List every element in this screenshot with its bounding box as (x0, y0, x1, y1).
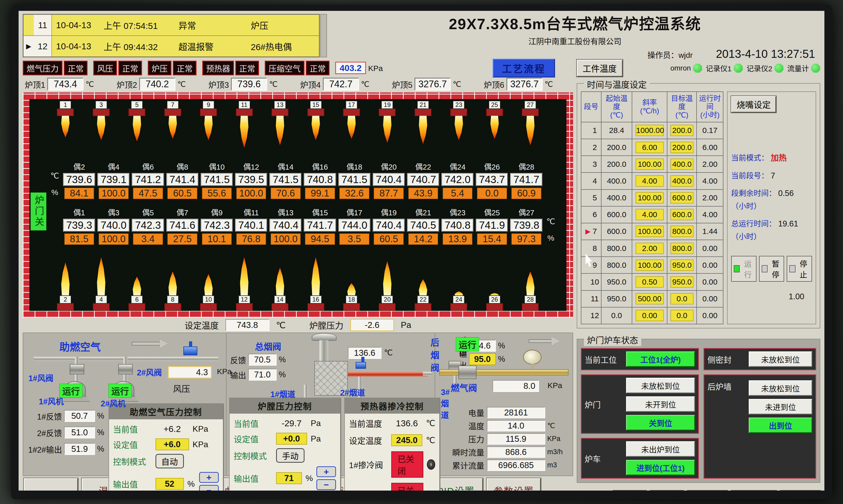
set-value-field[interactable]: +6.0 (156, 438, 189, 450)
thermocouple: 偶18 741.5 32.6 (338, 161, 371, 199)
target-temp-field[interactable]: 800.0 (670, 243, 694, 254)
flame-icon (168, 116, 177, 139)
thermocouple-row-even: ℃ % 偶2 739.6 84.1 (32, 161, 564, 199)
line-pressure-field[interactable]: 403.2 (335, 62, 366, 74)
decrease-button[interactable]: − (199, 485, 219, 490)
run-state-button[interactable]: 运行 (731, 256, 756, 282)
rear-wall-label: 后炉墙 (707, 380, 746, 392)
target-temp-field[interactable]: 400.0 (670, 175, 694, 187)
slope-field[interactable]: 1000.00 (635, 125, 664, 136)
burner-block (164, 303, 181, 311)
unit-percent: % (279, 370, 286, 379)
output-value-field[interactable]: 52 (156, 478, 184, 490)
station-label: 当前工位 (585, 354, 624, 365)
burner-block (200, 108, 217, 116)
run-time-cell: 1.44 (697, 223, 723, 240)
nav-button[interactable]: 参数设置 (487, 478, 541, 490)
start-temp-cell: 950.0 (602, 274, 632, 290)
target-temp-field[interactable]: 0.0 (670, 310, 694, 321)
thermocouple: 偶9 742.3 10.1 (201, 206, 233, 245)
target-temp-field[interactable]: 600.0 (670, 209, 694, 220)
increase-button[interactable]: + (317, 466, 336, 477)
tc-temperature: 739.6 (63, 173, 95, 186)
slope-field[interactable]: 0.50 (635, 276, 664, 288)
flue-out-label: 输出 (230, 369, 246, 381)
rear-wall-panel: 后炉墙 未放松到位未进到位出到位 (703, 374, 816, 479)
station-state: 工位1(全炉) (626, 352, 695, 367)
burner-number: 5 (131, 101, 143, 109)
target-temp-field[interactable]: 950.0 (670, 276, 694, 288)
increase-button[interactable]: + (199, 472, 219, 483)
burner-number: 18 (345, 295, 357, 304)
tc-temperature: 743.7 (476, 173, 508, 186)
burner-block (307, 108, 324, 116)
target-temp-field[interactable]: 0.0 (670, 293, 694, 304)
tc-name: 偶18 (346, 161, 362, 172)
slope-field[interactable]: 6.00 (635, 142, 664, 153)
segment-label: 当前段号： (731, 169, 769, 180)
thermocouple: 偶11 740.1 76.8 (235, 206, 267, 245)
manual-valve-icon[interactable] (427, 459, 435, 470)
slope-field[interactable]: 4.00 (635, 209, 664, 220)
slope-field[interactable]: 0.00 (635, 310, 664, 321)
set-temp-field[interactable]: 245.0 (391, 434, 422, 446)
burner-settings-button[interactable]: 烧嘴设定 (731, 96, 776, 112)
slope-field[interactable]: 500.00 (635, 293, 664, 304)
control-mode-button[interactable]: 自动 (156, 454, 184, 468)
slope-field[interactable]: 4.00 (635, 175, 664, 187)
slope-field[interactable]: 100.00 (635, 192, 664, 203)
workpiece-temp-button[interactable]: 工件温度 (577, 60, 623, 77)
thermocouple: 偶16 740.8 99.1 (304, 161, 336, 199)
target-temp-cell: 600.0 (667, 190, 696, 206)
seal-panel: 侧密封 未放松到位 (703, 348, 816, 370)
status-label: 炉压 (148, 61, 172, 75)
alarm-time: 上午 09:44:32 (104, 40, 178, 53)
status-row: 燃气压力 正常 风压 正常 炉压 正常 (23, 60, 573, 76)
burner-number: 4 (95, 295, 107, 304)
flame-icon (311, 257, 321, 296)
burner-block (486, 108, 503, 116)
target-temp-field[interactable]: 600.0 (670, 192, 694, 203)
furnace-interior: 炉门关 1 3 (30, 99, 567, 311)
air-feedback-list: 1#反馈 50.7 % 2#反馈 51.0 % (26, 403, 104, 490)
furnace-top-unit: ℃ (177, 80, 186, 89)
start-temp-cell: 28.4 (602, 122, 632, 139)
furnace-top-value: 742.7 (323, 78, 359, 91)
thermocouple: 偶15 741.7 94.5 (304, 206, 336, 245)
tc-output-percent: 100.0 (270, 233, 301, 245)
slope-field[interactable]: 100.00 (635, 259, 664, 271)
device-indicator: 流量计 (787, 63, 820, 73)
col-header-run-time: 运行时间 (小时) (697, 92, 723, 122)
target-temp-field[interactable]: 400.0 (670, 159, 694, 170)
target-temp-field[interactable]: 200.0 (670, 125, 694, 136)
alarm-row[interactable]: ▶ 11 10-04-13 上午 07:54:51 异常 炉压 (23, 15, 319, 36)
run-state-button[interactable]: 暂停 (759, 256, 784, 282)
col-header-start-temp: 起始温度 (℃) (602, 92, 632, 122)
set-value-field[interactable]: +0.0 (276, 433, 307, 445)
schedule-group: 时间与温度设定 段号 起始温度 (℃) 斜率 (℃/h) 目标温度 (℃) 运行… (577, 83, 820, 328)
slope-field[interactable]: 100.00 (635, 226, 664, 237)
thermocouple-row-odd: 偶1 739.3 81.5 偶3 740.0 100.0 (32, 206, 564, 245)
control-mode-button[interactable]: 手动 (276, 448, 305, 463)
slope-field[interactable]: 2.00 (635, 243, 664, 254)
run-state-button[interactable]: 停止 (787, 256, 812, 282)
thermocouple: 偶25 741.9 15.4 (476, 206, 508, 245)
alarm-row[interactable]: ▶ 12 10-04-13 上午 09:44:32 超温报警 26#热电偶 (23, 36, 319, 56)
set-temp-label: 设定温度 (349, 434, 388, 446)
slope-field[interactable]: 100.00 (635, 159, 664, 170)
output-value-field[interactable]: 71 (276, 472, 302, 484)
thermocouple: 偶22 740.7 43.9 (407, 161, 439, 199)
furnace-top-unit: ℃ (545, 80, 553, 89)
door-state: 未开到位 (626, 396, 695, 412)
burner-number: 19 (381, 101, 393, 109)
decrease-button[interactable]: − (317, 479, 336, 490)
process-flow-button[interactable]: 工艺流程 (492, 59, 555, 77)
alarm-scrollbar[interactable] (320, 14, 327, 57)
target-temp-field[interactable]: 800.0 (670, 226, 694, 237)
thermocouple: 偶23 740.8 13.9 (442, 206, 474, 245)
target-temp-field[interactable]: 950.0 (670, 259, 694, 271)
chamber-pressure-control-box: 炉膛压力控制 当前值 -29.7 Pa 设定值 +0.0 (229, 398, 341, 490)
target-temp-field[interactable]: 200.0 (670, 142, 694, 153)
feedback-unit: % (97, 411, 104, 420)
burner-block (271, 303, 288, 311)
